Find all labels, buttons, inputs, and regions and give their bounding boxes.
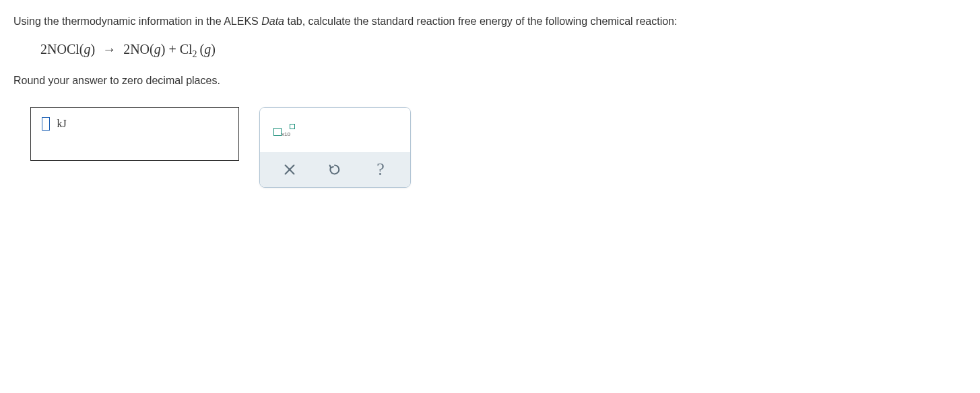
tool-top-row: x10 [260, 108, 410, 152]
sci-exp-icon [290, 124, 295, 129]
reactant-state: g [84, 42, 90, 57]
x-icon [282, 162, 297, 177]
reset-button[interactable] [318, 156, 352, 183]
scientific-notation-button[interactable]: x10 [273, 124, 295, 136]
undo-icon [327, 162, 342, 177]
sci-x10-label: x10 [282, 131, 290, 137]
help-button[interactable]: ? [364, 156, 397, 183]
question-italic: Data [261, 15, 284, 27]
product2-sub: 2 [193, 49, 197, 59]
question-text: Using the thermodynamic information in t… [13, 13, 967, 30]
product2-state: g [204, 42, 211, 57]
rounding-instruction: Round your answer to zero decimal places… [13, 75, 967, 87]
sci-box-icon [273, 128, 282, 136]
reactant-formula: NOCl [47, 42, 79, 57]
reactant-coef: 2 [40, 42, 47, 57]
question-part1: Using the thermodynamic information in t… [13, 15, 261, 27]
answer-box: kJ [30, 107, 239, 161]
clear-button[interactable] [273, 156, 306, 183]
product1-coef: 2 [123, 42, 130, 57]
tool-bottom-row: ? [260, 152, 410, 187]
answer-input-wrapper[interactable]: kJ [42, 117, 67, 131]
question-mark-icon: ? [377, 159, 385, 180]
product1-state: g [154, 42, 161, 57]
question-part2: tab, calculate the standard reaction fre… [284, 15, 677, 27]
arrow-icon: → [102, 42, 116, 57]
product1-formula: NO [130, 42, 150, 57]
answer-input[interactable] [42, 117, 50, 131]
product2-formula: Cl [180, 42, 193, 57]
tool-panel: x10 ? [259, 107, 411, 188]
chemical-equation: 2NOCl(g) → 2NO(g) + Cl2 (g) [40, 42, 967, 60]
answer-unit: kJ [57, 118, 66, 129]
